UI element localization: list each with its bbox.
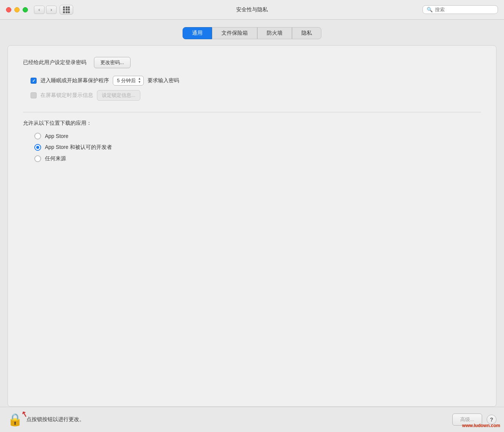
checkmark-icon: ✓: [32, 78, 35, 83]
sleep-dropdown[interactable]: 5 分钟后 ▲ ▼: [113, 76, 144, 86]
chevron-down-icon: ▼: [138, 81, 141, 84]
radio-appstore[interactable]: [34, 133, 41, 139]
tab-privacy[interactable]: 隐私: [292, 27, 321, 39]
tab-bar: 通用 文件保险箱 防火墙 隐私: [8, 27, 496, 39]
bottom-bar: 🔒 ↖ 点按锁按钮以进行更改。 高级... ?: [0, 407, 504, 432]
radio-appstore-dev-label: App Store 和被认可的开发者: [45, 144, 112, 151]
radio-row-appstore[interactable]: App Store: [34, 133, 481, 139]
radio-group: App Store App Store 和被认可的开发者 任何来源: [34, 133, 481, 162]
tab-firewall[interactable]: 防火墙: [257, 27, 292, 39]
click-lock-label: 点按锁按钮以进行更改。: [26, 416, 85, 423]
minimize-button[interactable]: [14, 7, 20, 12]
radio-anysource-label: 任何来源: [45, 155, 66, 162]
radio-appstore-dev[interactable]: [34, 144, 41, 151]
password-label: 已经给此用户设定登录密码: [23, 59, 86, 66]
set-lock-info-button: 设定锁定信息...: [97, 90, 140, 101]
allow-section-label: 允许从以下位置下载的应用：: [23, 120, 481, 127]
titlebar: ‹ › 安全性与隐私 🔍: [0, 0, 504, 20]
dropdown-value: 5 分钟后: [117, 77, 136, 84]
watermark: www.ludown.com: [462, 423, 500, 428]
radio-appstore-label: App Store: [45, 133, 68, 139]
tab-general[interactable]: 通用: [183, 27, 212, 39]
lockscreen-label: 在屏幕锁定时显示信息: [40, 92, 93, 99]
radio-row-anysource[interactable]: 任何来源: [34, 155, 481, 162]
dropdown-arrows-icon: ▲ ▼: [138, 77, 141, 84]
radio-selected-indicator: [36, 146, 39, 149]
close-button[interactable]: [6, 7, 11, 12]
lock-icon-wrap[interactable]: 🔒 ↖: [8, 412, 23, 427]
sleep-label: 进入睡眠或开始屏幕保护程序: [40, 77, 109, 84]
radio-row-appstore-dev[interactable]: App Store 和被认可的开发者: [34, 144, 481, 151]
main-content: 通用 文件保险箱 防火墙 隐私 已经给此用户设定登录密码 更改密码... ✓ 进…: [0, 20, 504, 407]
search-input[interactable]: [435, 7, 494, 12]
sleep-checkbox[interactable]: ✓: [31, 78, 37, 84]
search-box[interactable]: 🔍: [423, 5, 498, 14]
maximize-button[interactable]: [23, 7, 28, 12]
nav-buttons: ‹ ›: [34, 6, 57, 14]
grid-button[interactable]: [60, 5, 73, 15]
change-password-button[interactable]: 更改密码...: [94, 57, 131, 68]
lockscreen-checkbox: [31, 92, 37, 98]
tab-filevault[interactable]: 文件保险箱: [212, 27, 257, 39]
require-password-label: 要求输入密码: [148, 77, 179, 84]
forward-button[interactable]: ›: [46, 6, 57, 14]
window-title: 安全性与隐私: [236, 6, 268, 13]
back-button[interactable]: ‹: [34, 6, 45, 14]
grid-icon: [63, 6, 70, 13]
sleep-checkbox-row: ✓ 进入睡眠或开始屏幕保护程序 5 分钟后 ▲ ▼ 要求输入密码: [31, 76, 481, 86]
radio-anysource[interactable]: [34, 155, 41, 162]
lockscreen-row: 在屏幕锁定时显示信息 设定锁定信息...: [31, 90, 481, 101]
settings-panel: 已经给此用户设定登录密码 更改密码... ✓ 进入睡眠或开始屏幕保护程序 5 分…: [8, 45, 496, 407]
divider: [23, 112, 481, 112]
traffic-lights: [6, 7, 28, 12]
lock-icon: 🔒: [8, 413, 23, 426]
password-section: 已经给此用户设定登录密码 更改密码...: [23, 57, 481, 68]
search-icon: 🔍: [427, 7, 433, 12]
